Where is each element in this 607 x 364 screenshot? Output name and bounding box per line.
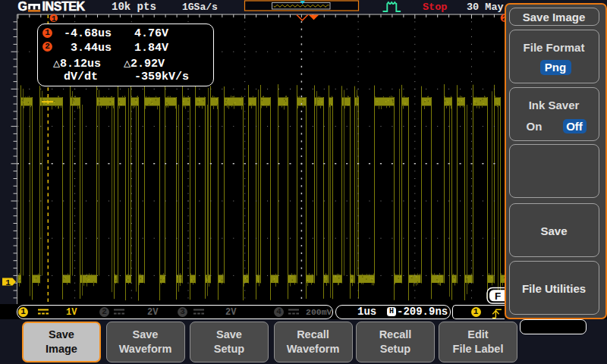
svg-text:1: 1	[5, 278, 11, 287]
svg-text:1GSa/s: 1GSa/s	[182, 2, 218, 13]
svg-text:F: F	[495, 290, 501, 302]
svg-text:G: G	[18, 0, 27, 13]
svg-text:Stop: Stop	[423, 2, 447, 13]
svg-text:10k pts: 10k pts	[112, 1, 156, 13]
svg-text:INSTEK: INSTEK	[42, 0, 86, 13]
svg-text:1: 1	[52, 14, 56, 24]
svg-text:30 May: 30 May	[467, 2, 504, 13]
